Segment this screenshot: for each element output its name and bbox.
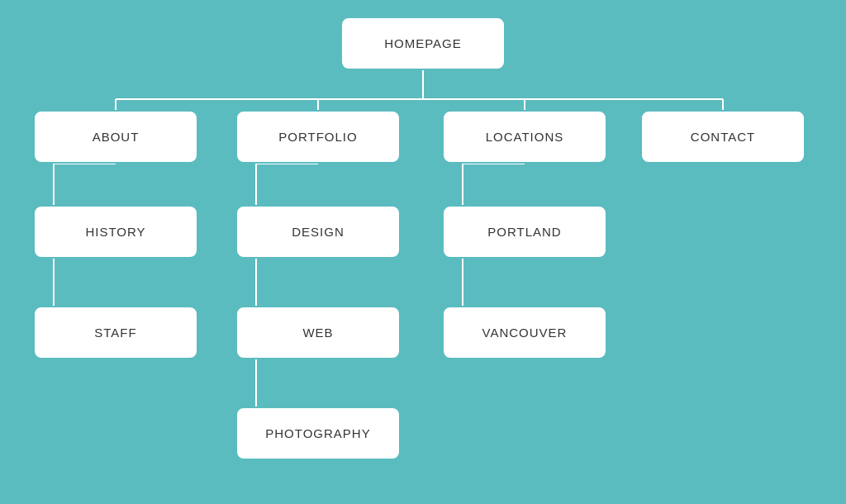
photography-node[interactable]: PHOTOGRAPHY bbox=[235, 407, 401, 460]
portland-node[interactable]: PORTLAND bbox=[442, 205, 607, 259]
vancouver-node[interactable]: VANCOUVER bbox=[442, 306, 607, 359]
staff-node[interactable]: STAFF bbox=[33, 306, 198, 359]
homepage-node[interactable]: HOMEPAGE bbox=[340, 17, 506, 70]
portfolio-node[interactable]: PORTFOLIO bbox=[235, 110, 401, 164]
about-node[interactable]: ABOUT bbox=[33, 110, 198, 164]
design-node[interactable]: DESIGN bbox=[235, 205, 401, 259]
history-node[interactable]: HISTORY bbox=[33, 205, 198, 259]
web-node[interactable]: WEB bbox=[235, 306, 401, 359]
site-map-diagram: HOMEPAGE ABOUT PORTFOLIO LOCATIONS CONTA… bbox=[0, 0, 846, 504]
locations-node[interactable]: LOCATIONS bbox=[442, 110, 607, 164]
contact-node[interactable]: CONTACT bbox=[640, 110, 806, 164]
